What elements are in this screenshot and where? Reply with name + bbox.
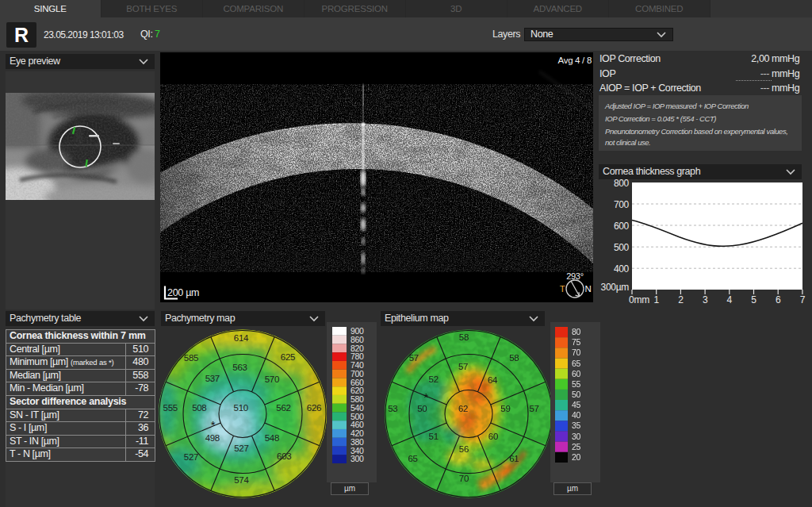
svg-text:508: 508: [192, 403, 206, 413]
svg-text:510: 510: [234, 403, 248, 413]
svg-text:59: 59: [500, 404, 510, 413]
svg-text:62: 62: [458, 404, 468, 413]
svg-text:7: 7: [800, 294, 806, 305]
svg-text:25: 25: [572, 442, 581, 451]
svg-text:625: 625: [281, 352, 295, 362]
svg-text:548: 548: [265, 433, 279, 443]
svg-text:563: 563: [232, 363, 247, 372]
svg-text:50: 50: [572, 390, 581, 399]
svg-text:614: 614: [234, 333, 249, 343]
svg-text:51: 51: [429, 432, 439, 441]
svg-text:585: 585: [184, 353, 198, 363]
svg-text:603: 603: [277, 451, 291, 461]
svg-text:61: 61: [509, 454, 519, 463]
svg-text:200 µm: 200 µm: [167, 287, 199, 298]
svg-text:45: 45: [572, 400, 581, 409]
svg-text:527: 527: [184, 452, 198, 462]
svg-text:N: N: [585, 284, 592, 294]
svg-text:300µm: 300µm: [601, 282, 630, 293]
svg-text:70: 70: [459, 474, 469, 483]
svg-text:57: 57: [409, 353, 419, 363]
svg-text:65: 65: [408, 454, 417, 463]
svg-text:58: 58: [459, 332, 469, 342]
svg-text:600: 600: [614, 221, 630, 232]
svg-text:498: 498: [205, 433, 220, 443]
svg-text:555: 555: [163, 403, 178, 413]
svg-text:65: 65: [572, 359, 581, 368]
svg-text:60: 60: [488, 432, 498, 441]
svg-text:700: 700: [614, 199, 630, 210]
svg-text:800: 800: [614, 179, 630, 189]
svg-text:57: 57: [458, 362, 468, 371]
svg-text:55: 55: [572, 379, 581, 389]
svg-text:3: 3: [703, 294, 708, 305]
svg-text:40: 40: [572, 410, 581, 420]
svg-text:70: 70: [572, 348, 581, 357]
svg-text:6: 6: [776, 294, 781, 305]
svg-text:537: 537: [205, 374, 220, 383]
svg-text:4: 4: [727, 294, 733, 305]
svg-text:64: 64: [488, 375, 498, 385]
svg-text:50: 50: [417, 404, 427, 413]
svg-text:0mm: 0mm: [629, 294, 649, 305]
svg-text:5: 5: [751, 294, 756, 305]
svg-text:58: 58: [509, 353, 519, 363]
svg-text:*: *: [211, 418, 216, 432]
svg-text:1: 1: [654, 294, 660, 305]
svg-text:570: 570: [265, 374, 279, 384]
svg-text:T: T: [560, 284, 565, 294]
svg-text:57: 57: [529, 404, 538, 413]
svg-text:Avg 4 / 8: Avg 4 / 8: [558, 56, 592, 65]
svg-text:75: 75: [572, 337, 581, 347]
svg-text:*: *: [423, 390, 428, 404]
svg-text:80: 80: [572, 327, 581, 336]
svg-text:56: 56: [459, 444, 469, 454]
svg-text:52: 52: [429, 374, 439, 384]
svg-text:626: 626: [307, 403, 321, 413]
svg-text:300: 300: [350, 454, 364, 463]
svg-text:574: 574: [234, 475, 249, 485]
svg-text:2: 2: [678, 294, 684, 305]
svg-text:60: 60: [572, 369, 581, 378]
svg-text:562: 562: [276, 403, 290, 413]
svg-text:35: 35: [572, 421, 581, 430]
svg-text:30: 30: [572, 432, 581, 441]
svg-text:293°: 293°: [566, 271, 584, 281]
svg-text:53: 53: [388, 404, 397, 413]
svg-text:400: 400: [614, 263, 630, 275]
svg-text:527: 527: [234, 444, 248, 453]
svg-text:20: 20: [572, 452, 581, 462]
svg-text:500: 500: [614, 242, 630, 253]
